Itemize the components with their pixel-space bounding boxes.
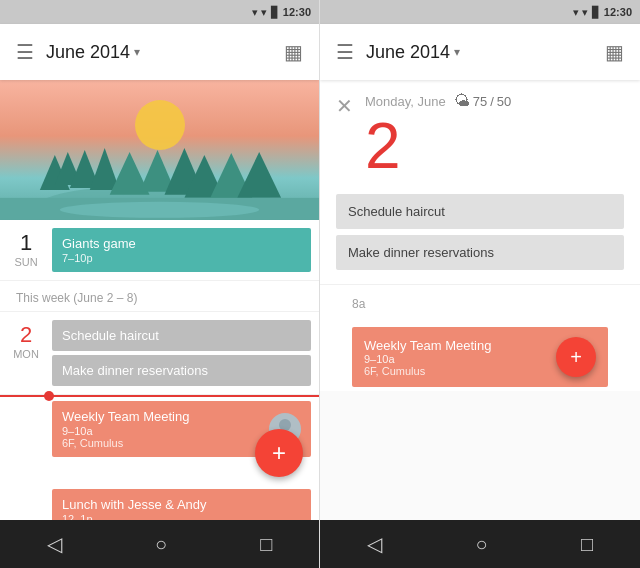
schedule-haircut-title: Schedule haircut bbox=[62, 328, 301, 343]
dropdown-arrow-right[interactable]: ▾ bbox=[454, 45, 460, 59]
day-name-2: Mon bbox=[13, 348, 39, 360]
app-bar-left: ☰ June 2014 ▾ ▦ bbox=[0, 24, 319, 80]
app-bar-right: ☰ June 2014 ▾ ▦ bbox=[320, 24, 640, 80]
detail-dinner-reservations[interactable]: Make dinner reservations bbox=[336, 235, 624, 270]
events-col-1: Giants game 7–10p bbox=[52, 228, 319, 272]
menu-icon-left[interactable]: ☰ bbox=[16, 40, 34, 64]
schedule-haircut-event[interactable]: Schedule haircut bbox=[52, 320, 311, 351]
day-row-sunday: 1 Sun Giants game 7–10p bbox=[0, 220, 319, 281]
bottom-nav-right: ◁ ○ □ bbox=[320, 520, 640, 568]
detail-events-list: Schedule haircut Make dinner reservation… bbox=[320, 186, 640, 284]
recent-button-right[interactable]: □ bbox=[565, 525, 609, 564]
recent-button-left[interactable]: □ bbox=[244, 525, 288, 564]
status-bar-left: ▾ ▾ ▊ 12:30 bbox=[0, 0, 319, 24]
fab-button-right[interactable]: + bbox=[556, 337, 596, 377]
weather-separator: / bbox=[490, 94, 494, 109]
detail-schedule-haircut[interactable]: Schedule haircut bbox=[336, 194, 624, 229]
day-number-col-1: 1 Sun bbox=[0, 228, 52, 272]
fab-button-left[interactable]: + bbox=[255, 429, 303, 477]
giants-game-event[interactable]: Giants game 7–10p bbox=[52, 228, 311, 272]
day-name-1: Sun bbox=[14, 256, 37, 268]
right-panel-content: ✕ Monday, June 🌤 75 / 50 2 Schedule hair… bbox=[320, 80, 640, 520]
events-col-2: Schedule haircut Make dinner reservation… bbox=[52, 320, 319, 386]
hero-illustration bbox=[0, 80, 319, 220]
back-button-left[interactable]: ◁ bbox=[31, 524, 78, 564]
day-num-1: 1 bbox=[20, 232, 32, 254]
detail-header: ✕ Monday, June 🌤 75 / 50 2 bbox=[320, 80, 640, 186]
date-text: Monday, June bbox=[365, 94, 446, 109]
time-right: 12:30 bbox=[604, 6, 632, 18]
trees-svg bbox=[0, 80, 319, 220]
close-button[interactable]: ✕ bbox=[336, 94, 353, 118]
weather-low: 50 bbox=[497, 94, 511, 109]
team-meeting-title: Weekly Team Meeting bbox=[62, 409, 189, 424]
detail-date-info: Monday, June 🌤 75 / 50 2 bbox=[365, 92, 624, 178]
calendar-icon-right[interactable]: ▦ bbox=[605, 40, 624, 64]
home-button-right[interactable]: ○ bbox=[459, 525, 503, 564]
detail-day-number: 2 bbox=[365, 114, 624, 178]
left-panel: ▾ ▾ ▊ 12:30 ☰ June 2014 ▾ ▦ bbox=[0, 0, 320, 568]
svg-marker-10 bbox=[237, 152, 281, 198]
team-meeting-row: Weekly Team Meeting 9–10a 6F, Cumulus + bbox=[0, 397, 319, 461]
time-section: 8a bbox=[320, 284, 640, 323]
bottom-nav-left: ◁ ○ □ bbox=[0, 520, 319, 568]
team-meeting-time: 9–10a bbox=[62, 425, 189, 437]
week-header: This week (June 2 – 8) bbox=[0, 281, 319, 312]
detail-team-time: 9–10a bbox=[364, 353, 491, 365]
detail-team-location: 6F, Cumulus bbox=[364, 365, 491, 377]
detail-team-meeting-event[interactable]: Weekly Team Meeting 9–10a 6F, Cumulus + bbox=[352, 327, 608, 387]
lunch-event[interactable]: Lunch with Jesse & Andy 12–1p bbox=[52, 489, 311, 520]
detail-team-event-section: Weekly Team Meeting 9–10a 6F, Cumulus + bbox=[320, 323, 640, 391]
lunch-time: 12–1p bbox=[62, 513, 301, 520]
weather-high: 75 bbox=[473, 94, 487, 109]
lunch-title: Lunch with Jesse & Andy bbox=[62, 497, 301, 512]
dinner-reservations-title: Make dinner reservations bbox=[62, 363, 301, 378]
time-left: 12:30 bbox=[283, 6, 311, 18]
day-row-monday: 2 Mon Schedule haircut Make dinner reser… bbox=[0, 312, 319, 520]
team-meeting-location: 6F, Cumulus bbox=[62, 437, 189, 449]
menu-icon-right[interactable]: ☰ bbox=[336, 40, 354, 64]
title-right: June 2014 ▾ bbox=[366, 42, 605, 63]
giants-game-title: Giants game bbox=[62, 236, 301, 251]
day-num-2: 2 bbox=[20, 324, 32, 346]
left-panel-content: 1 Sun Giants game 7–10p This week (June … bbox=[0, 80, 319, 520]
svg-point-12 bbox=[60, 202, 259, 218]
right-panel: ▾ ▾ ▊ 12:30 ☰ June 2014 ▾ ▦ ✕ Monday, Ju… bbox=[320, 0, 640, 568]
giants-game-time: 7–10p bbox=[62, 252, 301, 264]
weather-badge: 🌤 75 / 50 bbox=[454, 92, 512, 110]
time-label-8a: 8a bbox=[336, 293, 624, 315]
dropdown-arrow-left[interactable]: ▾ bbox=[134, 45, 140, 59]
dinner-reservations-event[interactable]: Make dinner reservations bbox=[52, 355, 311, 386]
home-button-left[interactable]: ○ bbox=[139, 525, 183, 564]
month-year-left: June 2014 bbox=[46, 42, 130, 63]
detail-team-title: Weekly Team Meeting bbox=[364, 338, 491, 353]
back-button-right[interactable]: ◁ bbox=[351, 524, 398, 564]
detail-date-label: Monday, June 🌤 75 / 50 bbox=[365, 92, 624, 110]
calendar-icon-left[interactable]: ▦ bbox=[284, 40, 303, 64]
month-year-right: June 2014 bbox=[366, 42, 450, 63]
day-number-col-2: 2 Mon bbox=[0, 320, 52, 386]
status-bar-right: ▾ ▾ ▊ 12:30 bbox=[320, 0, 640, 24]
weather-icon: 🌤 bbox=[454, 92, 470, 110]
title-left: June 2014 ▾ bbox=[46, 42, 284, 63]
